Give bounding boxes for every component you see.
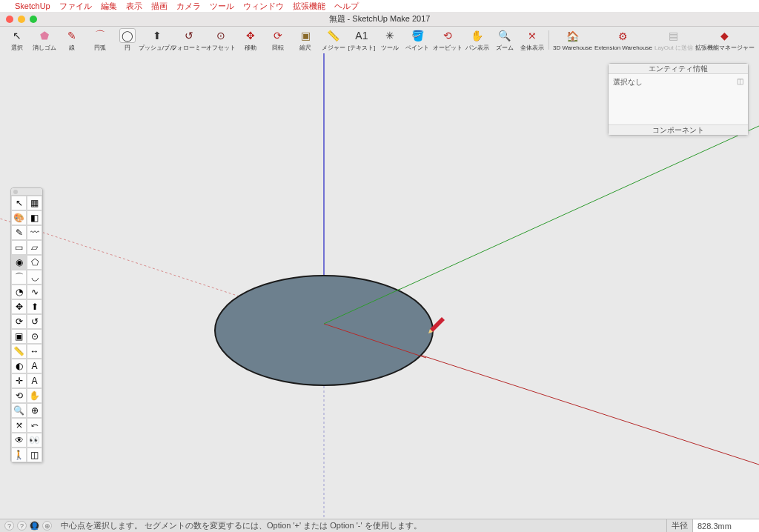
arc-tool-label: 円弧	[94, 44, 106, 52]
zoom-tool[interactable]: 🔍	[11, 403, 27, 418]
menu-view[interactable]: 表示	[126, 1, 142, 12]
move-tool[interactable]: ✥	[11, 299, 27, 314]
tool-palette[interactable]: ↖▦🎨◧✎〰▭▱◉⬠⌒◡◔∿✥⬆⟳↺▣⊙📏↔◐A✛A⟲✋🔍⊕⤧⤺👁👀🚶◫	[10, 187, 43, 463]
menu-camera[interactable]: カメラ	[176, 1, 201, 12]
axes-tool[interactable]: ✛	[11, 373, 27, 388]
arc-tool[interactable]: ⌒	[11, 270, 27, 285]
two-point-arc-tool[interactable]: ◡	[27, 270, 42, 285]
hint-icon-3[interactable]: 👤	[30, 521, 39, 531]
circle-tool[interactable]: ◯円	[115, 28, 140, 52]
menu-tools[interactable]: ツール	[210, 1, 234, 12]
3dtext-tool[interactable]: A	[27, 373, 42, 388]
toolbox-tool-icon: ✳	[382, 28, 398, 43]
palette-header[interactable]	[11, 188, 42, 196]
line-tool[interactable]: ✎線	[59, 28, 84, 52]
tape-tool[interactable]: 📏メジャー	[321, 28, 346, 52]
entity-info-title[interactable]: エンティティ情報	[609, 64, 748, 74]
component-tool[interactable]: ▦	[27, 196, 42, 210]
pan-tool[interactable]: ✋	[27, 388, 42, 403]
menu-app-name[interactable]: SketchUp	[15, 1, 50, 10]
pan-tool-icon: ✋	[469, 28, 485, 43]
offset-tool[interactable]: ⊙	[27, 329, 42, 344]
followme-tool[interactable]: ↺フォローミー	[174, 28, 204, 52]
orbit-tool[interactable]: ⟲オービット	[433, 28, 463, 52]
freehand-tool[interactable]: 〰	[27, 225, 42, 240]
protractor-tool[interactable]: ◐	[11, 359, 27, 373]
pushpull-tool[interactable]: ⬆プッシュ/プル	[142, 28, 172, 52]
paint-tool[interactable]: 🎨	[11, 210, 27, 225]
eraser-tool-label: 消しゴム	[33, 44, 56, 52]
entity-info-panel[interactable]: エンティティ情報 選択なし ◫ コンポーネント	[608, 63, 749, 136]
hint-icon-2[interactable]: ?	[17, 521, 27, 531]
menu-help[interactable]: ヘルプ	[334, 1, 359, 12]
send-to-layout-label: LayOut に送信	[654, 44, 693, 52]
line-tool-icon: ✎	[64, 28, 80, 43]
select-tool[interactable]: ↖	[11, 196, 27, 210]
dimension-tool[interactable]: ↔	[27, 344, 42, 359]
rotate-tool[interactable]: ⟳回転	[265, 28, 291, 52]
zoom-extents-tool[interactable]: ⤧	[11, 418, 27, 433]
eraser-tool[interactable]: ◧	[27, 210, 42, 225]
pushpull-tool-icon: ⬆	[149, 28, 165, 43]
pie-tool[interactable]: ◔	[11, 285, 27, 299]
eraser-tool[interactable]: ⬟消しゴム	[32, 28, 57, 52]
orbit-tool[interactable]: ⟲	[11, 388, 27, 403]
polygon-tool[interactable]: ⬠	[27, 255, 42, 270]
zoom-tool-label: ズーム	[496, 44, 514, 52]
line-tool[interactable]: ✎	[11, 225, 27, 240]
entity-info-toggle-icon[interactable]: ◫	[737, 77, 743, 85]
rectangle-tool[interactable]: ▭	[11, 240, 27, 255]
paint-tool[interactable]: 🪣ペイント	[405, 28, 430, 52]
zoom-tool[interactable]: 🔍ズーム	[492, 28, 517, 52]
menu-ext[interactable]: 拡張機能	[293, 1, 325, 12]
menu-edit[interactable]: 編集	[101, 1, 117, 12]
menu-window[interactable]: ウィンドウ	[243, 1, 284, 12]
titlebar: 無題 - SketchUp Make 2017	[0, 12, 759, 27]
previous-view-tool[interactable]: ⤺	[27, 418, 42, 433]
send-to-layout-icon: ▤	[666, 28, 682, 43]
main-toolbar: ↖選択⬟消しゴム✎線⌒円弧◯円⬆プッシュ/プル↺フォローミー⊙オフセット✥移動⟳…	[0, 27, 759, 53]
menu-draw[interactable]: 描画	[151, 1, 168, 12]
move-tool[interactable]: ✥移動	[238, 28, 263, 52]
rotate-tool[interactable]: ⟳	[11, 314, 27, 329]
paint-tool-label: ペイント	[405, 44, 429, 52]
circle-tool[interactable]: ◉	[11, 255, 27, 270]
pan-tool[interactable]: ✋パン表示	[465, 28, 490, 52]
section-plane-tool[interactable]: ◫	[27, 448, 42, 462]
select-tool-icon: ↖	[9, 28, 25, 43]
zoom-extents-tool[interactable]: ⤧全体表示	[520, 28, 545, 52]
select-tool[interactable]: ↖選択	[4, 28, 30, 52]
position-camera-tool[interactable]: 👁	[11, 433, 27, 448]
3d-warehouse[interactable]: 🏠3D Warehouse	[553, 29, 592, 51]
extension-warehouse[interactable]: ⚙Extension Warehouse	[594, 29, 652, 51]
extension-manager[interactable]: ◆拡張機能マネージャー	[695, 28, 755, 52]
paint-tool-icon: 🪣	[409, 28, 425, 43]
measurement-value[interactable]: 828.3mm	[692, 519, 759, 533]
toolbox-tool[interactable]: ✳ツール	[377, 28, 402, 52]
send-to-layout: ▤LayOut に送信	[654, 28, 693, 52]
offset-tool[interactable]: ⊙オフセット	[206, 28, 236, 52]
curve-tool[interactable]: ∿	[27, 285, 42, 299]
arc-tool-icon: ⌒	[92, 28, 108, 43]
menu-file[interactable]: ファイル	[59, 1, 92, 12]
scale-tool[interactable]: ▣縮尺	[293, 28, 318, 52]
toolbox-tool-label: ツール	[381, 44, 399, 52]
walk-tool[interactable]: 🚶	[11, 448, 27, 462]
arc-tool[interactable]: ⌒円弧	[87, 28, 113, 52]
look-around-tool[interactable]: 👀	[27, 433, 42, 448]
pushpull-tool[interactable]: ⬆	[27, 299, 42, 314]
tape-tool[interactable]: 📏	[11, 344, 27, 359]
followme-tool-icon: ↺	[181, 28, 197, 43]
components-panel-title[interactable]: コンポーネント	[609, 124, 748, 135]
svg-point-5	[215, 276, 433, 385]
rotated-rect-tool[interactable]: ▱	[27, 240, 42, 255]
3d-warehouse-icon: 🏠	[564, 29, 580, 44]
followme-tool[interactable]: ↺	[27, 314, 42, 329]
followme-tool-label: フォローミー	[171, 44, 207, 52]
text-tool[interactable]: A	[27, 359, 42, 373]
scale-tool[interactable]: ▣	[11, 329, 27, 344]
zoom-window-tool[interactable]: ⊕	[27, 403, 42, 418]
hint-icon-1[interactable]: ?	[4, 521, 14, 531]
text-tool[interactable]: A1[テキスト]	[348, 28, 375, 52]
hint-icon-4[interactable]: ⊕	[42, 521, 52, 531]
